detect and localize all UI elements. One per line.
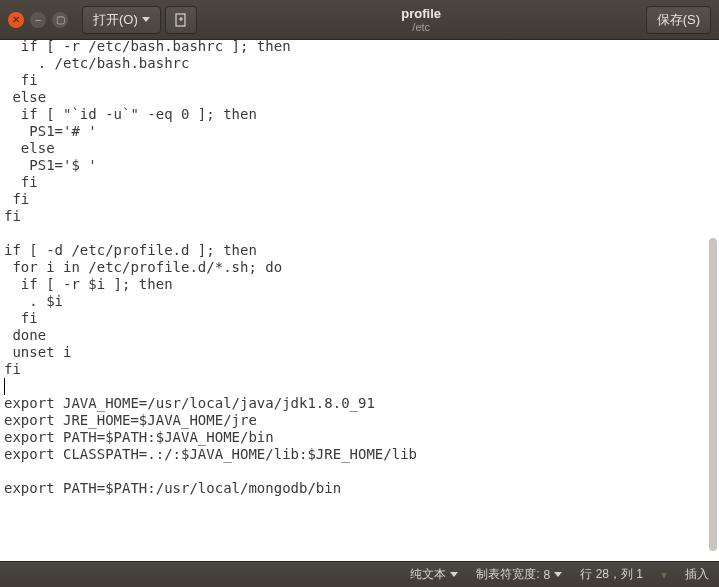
scrollbar[interactable] — [707, 40, 717, 561]
close-icon[interactable]: ✕ — [8, 12, 24, 28]
chevron-down-icon — [142, 17, 150, 22]
tab-width-selector[interactable]: 制表符宽度: 8 — [476, 566, 562, 583]
save-button[interactable]: 保存(S) — [646, 6, 711, 34]
title-center: profile /etc — [197, 6, 646, 33]
insert-mode[interactable]: 插入 — [685, 566, 709, 583]
text-cursor — [4, 378, 5, 395]
mode-label: 插入 — [685, 566, 709, 583]
line-col-label: 行 28，列 1 — [580, 566, 643, 583]
window-controls: ✕ – ▢ — [8, 12, 68, 28]
save-label: 保存(S) — [657, 11, 700, 29]
chevron-down-icon — [554, 572, 562, 577]
minimize-icon[interactable]: – — [30, 12, 46, 28]
new-tab-icon — [174, 13, 188, 27]
separator: ▾ — [661, 568, 667, 582]
open-button[interactable]: 打开(O) — [82, 6, 161, 34]
new-tab-button[interactable] — [165, 6, 197, 34]
cursor-position: 行 28，列 1 — [580, 566, 643, 583]
tab-width-value: 8 — [544, 568, 551, 582]
editor-area[interactable]: if [ -r /etc/bash.bashrc ]; then . /etc/… — [0, 40, 719, 561]
window-title: profile — [401, 6, 441, 21]
statusbar: 纯文本 制表符宽度: 8 行 28，列 1 ▾ 插入 — [0, 561, 719, 587]
maximize-icon[interactable]: ▢ — [52, 12, 68, 28]
scrollbar-thumb[interactable] — [709, 238, 717, 551]
open-label: 打开(O) — [93, 11, 138, 29]
chevron-down-icon — [450, 572, 458, 577]
editor-content[interactable]: if [ -r /etc/bash.bashrc ]; then . /etc/… — [0, 40, 719, 497]
syntax-selector[interactable]: 纯文本 — [410, 566, 458, 583]
open-button-group: 打开(O) — [82, 6, 197, 34]
tab-width-label: 制表符宽度: — [476, 566, 539, 583]
titlebar: ✕ – ▢ 打开(O) profile /etc 保存(S) — [0, 0, 719, 40]
window-subtitle: /etc — [412, 21, 430, 33]
syntax-label: 纯文本 — [410, 566, 446, 583]
